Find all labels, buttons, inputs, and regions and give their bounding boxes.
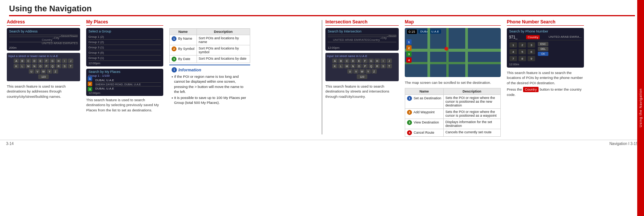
map-name-2: 2 Add Waypoint [405,109,444,119]
isec-key-W[interactable]: W [359,69,365,74]
map-badge-4: 4 [406,57,412,63]
address-title: Address [7,19,80,26]
isec-key-J[interactable]: J [387,59,392,63]
bullet-dot-2: • [172,96,173,105]
phone-btn-esc[interactable]: ESC [538,42,548,46]
isec-key-A[interactable]: A [332,59,337,63]
isec-key-D[interactable]: D [350,59,356,63]
phone-country-button[interactable]: Country [523,87,539,93]
myplaces-screen2-km: 12:00pm [88,91,161,95]
key-A[interactable]: A [14,59,19,63]
key-M[interactable]: M [26,64,31,68]
isec-key-V[interactable]: V [353,69,359,74]
intersection-keyboard-hint: Input 1st street name in U.A.E [327,54,397,58]
key-P[interactable]: P [44,64,49,68]
section-phone: Phone Number Search Search by Phone Numb… [504,16,587,138]
isec-key-R[interactable]: R [375,64,380,68]
key-V[interactable]: V [35,69,40,74]
phone-btn-ok[interactable]: OK [538,52,548,56]
key-K[interactable]: K [14,64,19,68]
isec-key-F[interactable]: F [362,59,368,63]
phone-key-3[interactable]: 3 [528,42,535,48]
phone-key-1[interactable]: 1 [509,42,517,48]
info-box-title: i Information [172,67,248,73]
poi-name-2: 2 By Symbol [170,45,197,56]
key-Y[interactable]: Y [47,69,52,74]
key-I[interactable]: I [62,59,67,63]
key-S[interactable]: S [62,64,67,68]
isec-key-B[interactable]: B [338,59,344,63]
isec-key-Z[interactable]: Z [372,69,377,74]
isec-key-L[interactable]: L [338,64,344,68]
section-myplaces: My Places Select a Group Group 1 (2) Gro… [83,16,166,138]
map-svg [405,28,501,77]
svg-rect-1 [405,62,501,64]
info-bullet-1: • If the POI or region name is too long … [172,74,248,94]
map-desc-4: Cancels the currently set route [443,129,500,137]
myplaces-badge-2: 2 [88,82,92,86]
key-L[interactable]: L [20,64,25,68]
isec-key-T[interactable]: T [387,64,392,68]
bullet-dot-1: • [172,74,173,94]
key-E[interactable]: E [38,59,43,63]
isec-key-P[interactable]: P [362,64,368,68]
key-123[interactable]: 123 [38,74,49,79]
sidebar-label: Using the Navigation [639,88,642,127]
isec-key-H[interactable]: H [375,59,380,63]
isec-key-U[interactable]: U [347,69,353,74]
isec-key-G[interactable]: G [368,59,374,63]
sidebar-red: Using the Navigation [637,0,644,216]
key-G[interactable]: G [50,59,55,63]
key-O[interactable]: O [38,64,43,68]
phone-key-8[interactable]: 8 [519,56,526,61]
isec-key-M[interactable]: M [344,64,350,68]
phone-key-5[interactable]: 5 [519,49,526,54]
isec-key-C[interactable]: C [344,59,350,63]
isec-key-N[interactable]: N [350,64,356,68]
map-badge-2: 2 [406,45,412,51]
section-intersection: Intersection Search Search by Intersecti… [322,16,402,138]
key-B[interactable]: B [20,59,25,63]
address-field-street: Street/Tower – [9,34,78,35]
address-screen1-title: Search by Address [9,29,78,33]
isec-key-123[interactable]: 123 [357,74,367,79]
map-row-1: 1 Set as Destination Sets the POI or reg… [405,95,501,109]
key-N[interactable]: N [32,64,37,68]
myplaces-badges: 1 2 3 [88,76,92,91]
map-badge-3: 3 [406,51,412,57]
address-field-country: Country UNITED ARAB EMIRATES [9,38,78,42]
isec-key-Y[interactable]: Y [365,69,371,74]
myplaces-result3: DUBAI, U.A.E [95,86,161,91]
key-R[interactable]: R [56,64,61,68]
phone-key-9[interactable]: 9 [528,56,535,61]
isec-key-I[interactable]: I [381,59,386,63]
key-Z[interactable]: Z [53,69,58,74]
phone-description1: This search feature is used to search th… [507,70,584,85]
isec-key-S[interactable]: S [381,64,386,68]
key-J[interactable]: J [68,59,73,63]
key-U[interactable]: U [29,69,34,74]
map-desc-2: Sets the POI or region where the cursor … [443,109,500,119]
map-name-4: 4 Cancel Route [405,129,444,137]
key-H[interactable]: H [56,59,61,63]
intersection-keyboard: Input 1st street name in U.A.E A B C D E… [325,53,399,81]
key-D[interactable]: D [32,59,37,63]
key-F[interactable]: F [44,59,49,63]
keyboard-row-3: U V W Y Z [8,69,79,74]
phone-key-2[interactable]: 2 [519,42,526,48]
isec-key-O[interactable]: O [356,64,362,68]
myplaces-screen1-km: 12:00pm [88,62,161,65]
myplaces-screen2-title: Search by My Places [88,70,161,74]
phone-key-7[interactable]: 7 [509,56,517,61]
key-W[interactable]: W [41,69,46,74]
isec-key-K[interactable]: K [332,64,337,68]
key-C[interactable]: C [26,59,31,63]
isec-key-Q[interactable]: Q [368,64,374,68]
isec-key-E[interactable]: E [356,59,362,63]
phone-key-6[interactable]: 6 [528,49,535,54]
key-T[interactable]: T [68,64,73,68]
phone-key-4[interactable]: 4 [509,49,517,54]
section-map: Map 0:15 DUBAI, U.A.E [402,16,504,138]
phone-btn-del[interactable]: DEL [538,47,548,51]
key-Q[interactable]: Q [50,64,55,68]
